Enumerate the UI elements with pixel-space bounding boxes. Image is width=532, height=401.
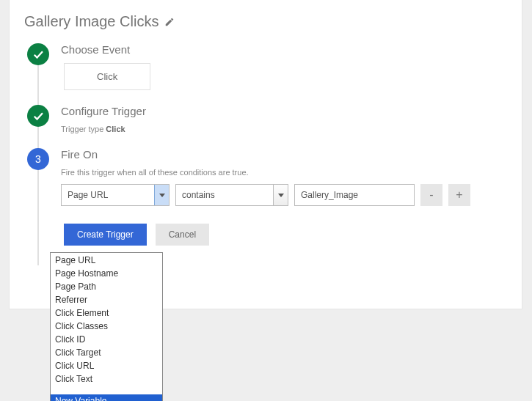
dropdown-spacer — [51, 386, 162, 394]
trigger-title: Gallery Image Clicks — [24, 13, 158, 30]
footer-buttons: Create Trigger Cancel — [64, 224, 507, 246]
step-choose-event: Choose Event Click — [27, 43, 507, 102]
dropdown-option[interactable]: Click Element — [51, 306, 162, 320]
trigger-type-value: Click — [106, 125, 125, 133]
dropdown-caret — [273, 185, 288, 205]
step-configure-trigger: Configure Trigger Trigger type Click — [27, 105, 507, 145]
event-box[interactable]: Click — [64, 63, 150, 90]
dropdown-option[interactable]: Page Hostname — [51, 267, 162, 280]
check-icon — [32, 48, 45, 61]
variable-dropdown[interactable]: Page URL Page Hostname Page Path Referre… — [50, 252, 163, 401]
dropdown-option[interactable]: Click Text — [51, 372, 162, 386]
step-badge-done — [27, 43, 49, 65]
trigger-type-label: Trigger type — [61, 125, 103, 133]
pencil-icon[interactable] — [164, 17, 175, 27]
variable-select[interactable]: Page URL — [61, 184, 170, 206]
fire-on-description: Fire this trigger when all of these cond… — [61, 168, 507, 177]
step-fire-on: 3 Fire On Fire this trigger when all of … — [27, 148, 507, 257]
remove-condition-button[interactable]: - — [420, 184, 442, 206]
step-title: Fire On — [61, 148, 507, 161]
create-trigger-button[interactable]: Create Trigger — [64, 224, 147, 246]
chevron-down-icon — [159, 194, 165, 197]
dropdown-caret — [154, 185, 169, 205]
step-badge-done — [27, 105, 49, 127]
cancel-button[interactable]: Cancel — [156, 224, 209, 246]
dropdown-option[interactable]: Click URL — [51, 359, 162, 372]
operator-select[interactable]: contains — [175, 184, 288, 206]
variable-select-value: Page URL — [68, 190, 108, 200]
step-connector — [37, 170, 39, 265]
add-condition-button[interactable]: + — [448, 184, 470, 206]
dropdown-option[interactable]: Page Path — [51, 280, 162, 293]
step-title: Choose Event — [61, 43, 507, 56]
title-row: Gallery Image Clicks — [24, 13, 507, 30]
operator-select-value: contains — [182, 190, 215, 200]
step-title: Configure Trigger — [61, 105, 507, 117]
dropdown-option[interactable]: Click Target — [51, 346, 162, 359]
dropdown-option[interactable]: Referrer — [51, 293, 162, 306]
dropdown-option[interactable]: Page URL — [51, 254, 162, 267]
dropdown-option[interactable]: Click Classes — [51, 320, 162, 333]
step-badge-number: 3 — [27, 148, 49, 170]
dropdown-option[interactable]: Click ID — [51, 333, 162, 346]
trigger-type: Trigger type Click — [61, 125, 507, 133]
value-input[interactable] — [294, 184, 415, 206]
check-icon — [32, 109, 45, 122]
dropdown-option-new-variable[interactable]: New Variable... — [51, 394, 162, 401]
condition-row: Page URL contains - + — [61, 184, 507, 206]
chevron-down-icon — [278, 194, 284, 197]
